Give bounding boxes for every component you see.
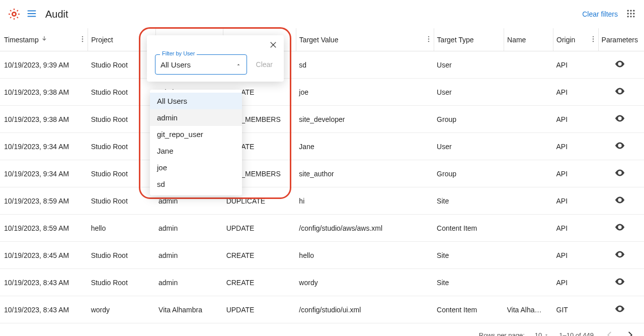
cell-name [504, 106, 553, 133]
cell-target-value: /config/studio/ui.xml [296, 296, 434, 323]
cell-origin: API [553, 269, 599, 296]
cell-timestamp: 10/19/2023, 8:43 AM [0, 269, 88, 296]
svg-line-6 [17, 17, 18, 18]
cell-user: admin [155, 242, 223, 269]
cell-target-type: Site [434, 187, 504, 215]
pagination: Rows per page: 10 1–10 of 449 [0, 323, 644, 336]
filter-clear-button[interactable]: Clear [253, 60, 276, 69]
svg-point-22 [82, 36, 83, 37]
cell-project: Studio Root [88, 79, 155, 106]
cell-operation: CREATE [223, 269, 296, 296]
view-icon[interactable] [614, 303, 625, 314]
cell-user: Vita Alhambra [155, 296, 223, 323]
cell-origin: API [553, 187, 599, 215]
cell-timestamp: 10/19/2023, 8:59 AM [0, 187, 88, 215]
cell-user: admin [155, 269, 223, 296]
brand-logo [8, 8, 20, 20]
cell-name [504, 187, 553, 215]
col-header-label: Name [507, 36, 526, 44]
svg-point-33 [619, 117, 621, 119]
filter-select-value: All Users [160, 60, 191, 69]
cell-target-type: Group [434, 106, 504, 133]
audit-table: Timestamp Project User Operation Target … [0, 28, 644, 323]
column-menu-icon[interactable] [78, 35, 87, 44]
col-header-timestamp[interactable]: Timestamp [0, 28, 88, 51]
menu-icon[interactable] [26, 8, 37, 21]
cell-parameters [598, 160, 644, 187]
cell-target-value: hi [296, 187, 434, 215]
cell-parameters [598, 242, 644, 269]
column-menu-icon[interactable] [425, 35, 433, 44]
cell-project: hello [88, 215, 155, 242]
cell-parameters [598, 133, 644, 160]
view-icon[interactable] [614, 167, 625, 178]
view-icon[interactable] [614, 249, 625, 260]
cell-project: Studio Root [88, 106, 155, 133]
table-row: 10/19/2023, 9:34 AMStudio RootadminADD_M… [0, 160, 644, 187]
cell-name [504, 160, 553, 187]
column-menu-icon[interactable] [589, 35, 597, 44]
rows-per-page-select[interactable]: 10 [535, 331, 549, 337]
cell-project: Studio Root [88, 187, 155, 215]
dropdown-option[interactable]: admin [150, 109, 242, 126]
view-icon[interactable] [614, 276, 625, 287]
dropdown-option[interactable]: joe [150, 159, 242, 176]
cell-project: Studio Root [88, 160, 155, 187]
cell-user: admin [155, 215, 223, 242]
table-row: 10/19/2023, 9:38 AMStudio RootadminCREAT… [0, 79, 644, 106]
view-icon[interactable] [614, 140, 625, 151]
apps-icon[interactable] [626, 9, 636, 20]
prev-page-button[interactable] [604, 329, 615, 336]
cell-origin: API [553, 242, 599, 269]
cell-project: Studio Root [88, 269, 155, 296]
cell-name [504, 51, 553, 79]
cell-target-value: /config/studio/aws/aws.xml [296, 215, 434, 242]
cell-target-type: Content Item [434, 215, 504, 242]
dropdown-option[interactable]: Jane [150, 143, 242, 159]
cell-origin: API [553, 79, 599, 106]
svg-point-24 [82, 40, 83, 41]
cell-target-value: Jane [296, 133, 434, 160]
svg-line-8 [17, 10, 18, 11]
svg-point-31 [619, 63, 621, 65]
rows-per-page-value: 10 [535, 331, 542, 337]
cell-timestamp: 10/19/2023, 8:45 AM [0, 242, 88, 269]
svg-point-20 [630, 16, 631, 17]
svg-point-21 [633, 16, 634, 17]
filter-select-label: Filter by User [160, 50, 197, 56]
next-page-button[interactable] [625, 329, 636, 336]
cell-name [504, 269, 553, 296]
filter-user-select[interactable]: All Users [155, 54, 247, 75]
dropdown-option[interactable]: git_repo_user [150, 126, 242, 143]
svg-point-17 [630, 13, 631, 14]
col-header-label: Target Value [299, 36, 339, 44]
clear-filters-link[interactable]: Clear filters [582, 10, 618, 18]
view-icon[interactable] [614, 222, 625, 233]
cell-timestamp: 10/19/2023, 9:34 AM [0, 160, 88, 187]
cell-target-value: hello [296, 242, 434, 269]
col-header-parameters[interactable]: Parameters [598, 28, 644, 51]
chevron-down-icon [544, 332, 549, 336]
cell-name: Vita Alham… [504, 296, 553, 323]
cell-timestamp: 10/19/2023, 8:59 AM [0, 215, 88, 242]
cell-target-type: Content Item [434, 296, 504, 323]
col-header-origin[interactable]: Origin [553, 28, 599, 51]
dropdown-option[interactable]: sd [150, 176, 242, 192]
col-header-target-value[interactable]: Target Value [296, 28, 434, 51]
cell-origin: API [553, 215, 599, 242]
dropdown-option[interactable]: All Users [150, 93, 242, 109]
cell-name [504, 133, 553, 160]
view-icon[interactable] [614, 86, 625, 97]
col-header-project[interactable]: Project [88, 28, 155, 51]
view-icon[interactable] [614, 113, 625, 124]
cell-target-value: sd [296, 51, 434, 79]
cell-timestamp: 10/19/2023, 9:38 AM [0, 106, 88, 133]
sort-desc-icon [41, 35, 48, 44]
view-icon[interactable] [614, 194, 625, 206]
col-header-target-type[interactable]: Target Type [434, 28, 504, 51]
svg-point-16 [627, 13, 629, 14]
close-icon[interactable] [269, 40, 278, 51]
table-row: 10/19/2023, 8:43 AMwordyVita AlhambraUPD… [0, 296, 644, 323]
col-header-name[interactable]: Name [504, 28, 553, 51]
view-icon[interactable] [614, 58, 625, 70]
